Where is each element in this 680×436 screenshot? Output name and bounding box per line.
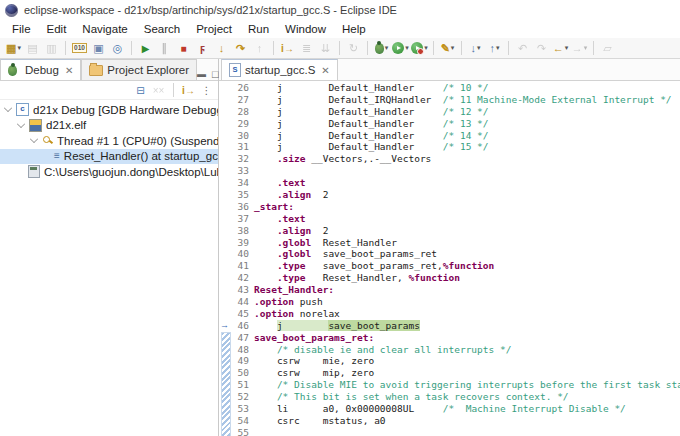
step-over-icon[interactable]: ↷ <box>232 40 249 57</box>
code-text: csrw mip, zero <box>254 367 374 379</box>
menu-bar: FileEditNavigateSearchProjectRunWindowHe… <box>0 20 680 38</box>
tree-item-label: d21x.elf <box>46 119 86 131</box>
external-tools-icon[interactable]: ✎▾ <box>439 40 456 57</box>
step-return-icon: ↑ <box>251 40 268 57</box>
tree-item[interactable]: C:\Users\guojun.dong\Desktop\Luban <box>0 164 218 180</box>
process-icon <box>28 165 40 178</box>
line-number: 29 <box>233 118 254 130</box>
c-app-icon: c <box>16 103 29 116</box>
view-menu-icon[interactable]: ⋮ <box>199 83 214 98</box>
toolbar-separator <box>593 41 594 55</box>
run-icon[interactable]: ▾ <box>392 40 409 57</box>
close-icon[interactable]: ✕ <box>321 65 329 76</box>
menu-window[interactable]: Window <box>277 22 334 36</box>
line-number: 49 <box>233 355 254 367</box>
tree-item[interactable]: cd21x Debug [GDB Hardware Debugging] <box>0 102 218 118</box>
code-line: 41 .type save_boot_params_ret,%function <box>233 260 680 272</box>
menu-navigate[interactable]: Navigate <box>74 22 135 36</box>
toolbar-separator <box>367 41 368 55</box>
frame-range-indicator <box>221 332 231 436</box>
menu-run[interactable]: Run <box>240 22 277 36</box>
save-all-icon: ▥ <box>43 40 60 57</box>
menu-edit[interactable]: Edit <box>39 22 75 36</box>
new-wizard-icon[interactable]: ▦▾ <box>5 40 22 57</box>
tree-item-label: Thread #1 1 (CPU#0) (Suspended : <box>57 135 218 147</box>
tree-item[interactable]: ≡Reset_Handler() at startup_gcc.S: <box>0 149 218 165</box>
annotation-ruler[interactable]: → <box>219 81 232 436</box>
tab-debug-label: Debug <box>25 64 59 76</box>
menu-project[interactable]: Project <box>188 22 240 36</box>
previous-annotation-icon[interactable]: ↑▾ <box>486 40 503 57</box>
code-text: Reset_Handler: <box>254 284 334 296</box>
menu-file[interactable]: File <box>4 22 39 36</box>
terminate-icon[interactable]: ■ <box>175 40 192 57</box>
maximize-view-icon[interactable]: □ <box>212 68 219 80</box>
next-annotation-icon[interactable]: ↓▾ <box>467 40 484 57</box>
menu-search[interactable]: Search <box>136 22 188 36</box>
toolbar-separator <box>131 41 132 55</box>
code-line: 44.option push <box>233 296 680 308</box>
code-line: 42 .type Reset_Handler, %function <box>233 272 680 284</box>
code-line: 35 .align 2 <box>233 189 680 201</box>
debug-icon[interactable]: ▾ <box>373 40 390 57</box>
forward-edit-icon: ↷ <box>533 40 550 57</box>
code-line: 37 .text <box>233 213 680 225</box>
resume-icon[interactable]: ▶ <box>137 40 154 57</box>
code-text: .option norelax <box>254 308 340 320</box>
back-icon[interactable]: ←▾ <box>552 40 569 57</box>
tree-item[interactable]: Thread #1 1 (CPU#0) (Suspended : <box>0 133 218 149</box>
expander-icon[interactable] <box>17 120 25 128</box>
code-line: 47save_boot_params_ret: <box>233 332 680 344</box>
code-text: li a0, 0x00000008UL /* Machine Interrupt… <box>254 403 626 415</box>
code-line: 31 j Default_Handler /* 15 */ <box>233 141 680 153</box>
forward-icon: →▾ <box>571 40 588 57</box>
toolbar-separator <box>508 41 509 55</box>
line-number: 43 <box>233 284 254 296</box>
code-line: 32 .size __Vectors,.-__Vectors <box>233 153 680 165</box>
tab-debug[interactable]: Debug ✕ <box>0 59 81 80</box>
expander-icon[interactable] <box>30 135 38 143</box>
expander-icon[interactable] <box>4 104 12 112</box>
eclipse-logo-icon <box>5 4 18 17</box>
code-line: 39 .globl Reset_Handler <box>233 237 680 249</box>
code-text: j save_boot_params <box>254 320 420 332</box>
line-number: 28 <box>233 106 254 118</box>
code-line: 30 j Default_Handler /* 14 */ <box>233 130 680 142</box>
line-number: 31 <box>233 141 254 153</box>
menu-help[interactable]: Help <box>334 22 374 36</box>
tab-startup-gcc[interactable]: S startup_gcc.S ✕ <box>221 59 338 80</box>
line-number: 50 <box>233 367 254 379</box>
binary-file-icon[interactable]: 010 <box>71 40 88 57</box>
tree-item[interactable]: d21x.elf <box>0 118 218 134</box>
code-line: 40 .globl save_boot_params_ret <box>233 248 680 260</box>
bug-icon <box>8 65 17 76</box>
code-line: 34 .text <box>233 177 680 189</box>
debug-view: Debug ✕ Project Explorer ▬ □ ⊟××i→⋮ cd21… <box>0 59 219 436</box>
save-icon: ▤ <box>24 40 41 57</box>
close-icon[interactable]: ✕ <box>65 65 73 76</box>
instruction-stepping-icon[interactable]: i→ <box>279 40 296 57</box>
step-into-icon[interactable]: ↓ <box>213 40 230 57</box>
line-number: 38 <box>233 225 254 237</box>
code-text: .type Reset_Handler, %function <box>254 272 460 284</box>
code-area: 26 j Default_Handler /* 10 */27 j Defaul… <box>233 82 680 436</box>
code-text: .option push <box>254 296 323 308</box>
code-text: csrw mie, zero <box>254 355 374 367</box>
line-number: 35 <box>233 189 254 201</box>
profile-icon[interactable]: ▾ <box>411 40 428 57</box>
tab-project-explorer[interactable]: Project Explorer <box>81 59 197 80</box>
inspect-icon[interactable]: ◎ <box>109 40 126 57</box>
line-number: 52 <box>233 391 254 403</box>
code-text: csrc mstatus, a0 <box>254 415 386 427</box>
code-line: 29 j Default_Handler /* 13 */ <box>233 118 680 130</box>
instruction-pointer-icon: → <box>220 320 229 332</box>
editor-body[interactable]: → 26 j Default_Handler /* 10 */27 j Defa… <box>219 81 680 436</box>
tab-project-explorer-label: Project Explorer <box>107 64 189 76</box>
disconnect-icon[interactable]: ϝ <box>194 40 211 57</box>
minimize-view-icon[interactable]: ▬ <box>197 69 206 79</box>
code-line: 50 csrw mip, zero <box>233 367 680 379</box>
line-number: 40 <box>233 248 254 260</box>
console-icon[interactable]: ▣ <box>90 40 107 57</box>
collapse-all-icon[interactable]: ⊟ <box>133 83 148 98</box>
instruction-stepping-mode-icon[interactable]: i→ <box>181 83 196 98</box>
